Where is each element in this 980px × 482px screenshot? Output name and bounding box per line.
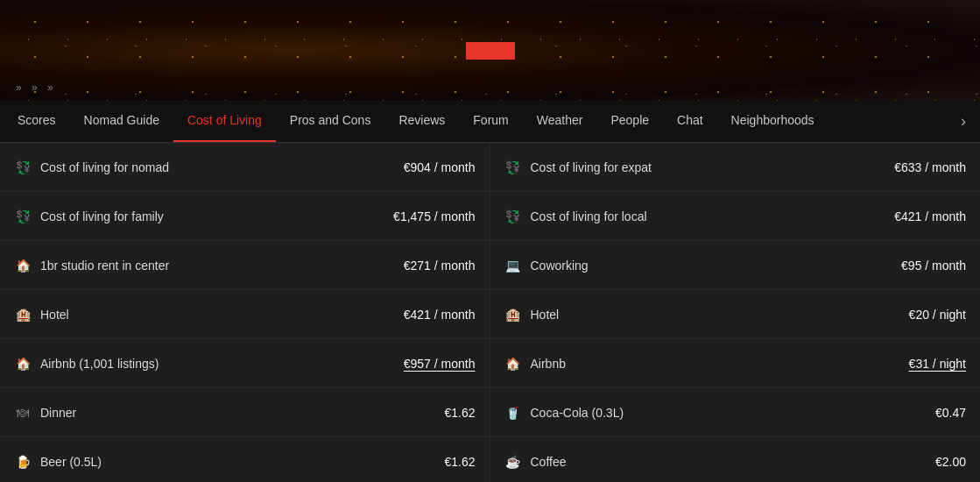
table-row: 💱 Cost of living for local €421 / month [490,192,981,241]
tab-neighborhoods[interactable]: Neighborhoods [717,101,828,143]
row-label: Hotel [40,308,397,322]
row-icon: 💱 [504,208,522,225]
row-value[interactable]: €31 / night [909,357,966,371]
row-icon: 💱 [14,159,32,176]
row-value: €633 / month [894,160,966,174]
table-row: ☕ Coffee €2.00 [490,437,981,482]
tab-scores[interactable]: Scores [4,101,70,143]
row-label: Beer (0.5L) [40,455,437,469]
tab-people[interactable]: People [596,101,663,143]
tab-nomad-guide[interactable]: Nomad Guide [70,101,173,143]
table-row: 🏠 Airbnb (1,001 listings) €957 / month [0,339,490,388]
row-label: 1br studio rent in center [40,259,397,273]
table-row: 💱 Cost of living for nomad €904 / month [0,143,490,192]
row-value: €421 / month [404,308,476,322]
row-value: €421 / month [894,209,966,223]
hero-title-button[interactable] [466,42,515,60]
row-value: €1.62 [444,406,475,420]
row-label: Cost of living for expat [531,160,888,174]
tab-weather[interactable]: Weather [523,101,597,143]
row-label: Airbnb [531,357,902,371]
table-row: 🏠 1br studio rent in center €271 / month [0,241,490,290]
row-value[interactable]: €957 / month [404,357,476,371]
nav-arrow[interactable]: › [950,101,976,143]
table-row: 🏨 Hotel €20 / night [490,290,981,339]
table-row: 🏨 Hotel €421 / month [0,290,490,339]
row-label: Cost of living for family [40,209,386,223]
row-label: Cost of living for local [531,209,888,223]
row-icon: ☕ [504,453,522,471]
tab-cost-of-living[interactable]: Cost of Living [173,101,276,143]
row-icon: 🏠 [504,355,522,372]
row-icon: 🍽 [14,404,32,422]
row-value: €0.47 [935,406,966,420]
row-icon: 🏠 [14,257,32,274]
tab-pros-and-cons[interactable]: Pros and Cons [276,101,385,143]
row-label: Hotel [531,308,902,322]
row-icon: 💱 [504,159,522,176]
breadcrumb-sep-2: » [32,82,38,94]
tab-reviews[interactable]: Reviews [384,101,459,143]
row-value: €1,475 / month [393,209,475,223]
breadcrumb-sep-1: » [16,82,22,94]
row-value: €20 / night [909,308,966,322]
table-row: 🍽 Dinner €1.62 [0,388,490,437]
breadcrumb: » » » [12,82,57,94]
row-icon: 💱 [14,208,32,225]
row-value: €2.00 [935,455,966,469]
row-value: €271 / month [404,259,476,273]
table-row: 🍺 Beer (0.5L) €1.62 [0,437,490,482]
row-label: Cost of living for nomad [40,160,397,174]
row-value: €904 / month [404,160,476,174]
row-label: Airbnb (1,001 listings) [40,357,397,371]
table-row: 🥤 Coca-Cola (0.3L) €0.47 [490,388,981,437]
row-icon: 🏨 [14,306,32,323]
row-label: Coworking [531,259,895,273]
row-value: €95 / month [901,259,966,273]
row-label: Coca-Cola (0.3L) [531,406,928,420]
row-icon: 🏠 [14,355,32,372]
hero-section: » » » [0,0,980,101]
row-icon: 🍺 [14,453,32,471]
tab-chat[interactable]: Chat [663,101,717,143]
row-icon: 🏨 [504,306,522,323]
table-row: 💱 Cost of living for family €1,475 / mon… [0,192,490,241]
table-row: 💻 Coworking €95 / month [490,241,981,290]
cost-table: 💱 Cost of living for nomad €904 / month … [0,143,980,482]
nav-tabs: ScoresNomad GuideCost of LivingPros and … [0,101,980,143]
table-row: 🏠 Airbnb €31 / night [490,339,981,388]
row-value: €1.62 [444,455,475,469]
breadcrumb-sep-3: » [47,82,53,94]
row-label: Coffee [531,455,928,469]
table-row: 💱 Cost of living for expat €633 / month [490,143,981,192]
row-label: Dinner [40,406,437,420]
row-icon: 🥤 [504,404,522,422]
tab-forum[interactable]: Forum [459,101,522,143]
row-icon: 💻 [504,257,522,274]
